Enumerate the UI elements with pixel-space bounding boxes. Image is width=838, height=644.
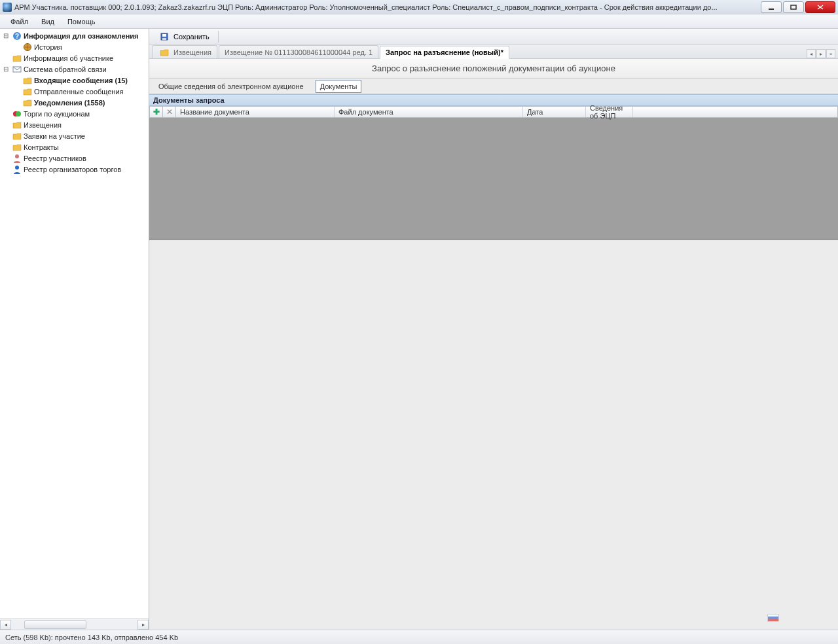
tree-node-info[interactable]: ⊟ ? Информация для ознакомления xyxy=(1,30,149,41)
page-title: Запрос о разъяснение положений документа… xyxy=(149,59,838,79)
menubar: Файл Вид Помощь xyxy=(0,14,838,29)
grid-delete-button[interactable]: ✕ xyxy=(162,106,175,118)
leaf-icon xyxy=(1,54,10,63)
svg-point-11 xyxy=(15,166,19,170)
doc-tab-request-new[interactable]: Запрос на разъяснение (новый)* xyxy=(380,46,509,59)
tree-label: Уведомления (1558) xyxy=(34,99,105,107)
tree-label: Информация для ознакомления xyxy=(24,32,139,40)
maximize-icon xyxy=(790,5,797,10)
leaf-icon xyxy=(1,154,10,163)
save-button[interactable]: Сохранить xyxy=(153,29,214,44)
folder-icon xyxy=(12,131,22,141)
tree-label: Реестр организаторов торгов xyxy=(24,166,121,173)
minimize-button[interactable] xyxy=(761,1,782,13)
grid-body-empty[interactable] xyxy=(149,118,838,240)
leaf-icon xyxy=(1,165,10,174)
tree-label: Система обратной связи xyxy=(24,65,107,73)
grid-add-button[interactable]: ✚ xyxy=(149,106,162,118)
doc-tab-notices[interactable]: Извещения xyxy=(152,45,217,58)
save-icon xyxy=(159,31,170,42)
status-text: Сеть (598 Kb): прочтено 143 Kb, отправле… xyxy=(5,634,178,641)
svg-rect-14 xyxy=(162,38,166,40)
menu-help[interactable]: Помощь xyxy=(61,14,102,28)
expand-icon[interactable]: ⊟ xyxy=(1,31,10,41)
leaf-icon xyxy=(1,143,10,152)
sub-tabs: Общие сведения об электронном аукционе Д… xyxy=(149,79,838,94)
tree-node-participants-registry[interactable]: Реестр участников xyxy=(1,152,149,164)
leaf-icon xyxy=(12,87,21,96)
doc-tab-label: Запрос на разъяснение (новый)* xyxy=(386,48,503,56)
navigation-tree[interactable]: ⊟ ? Информация для ознакомления История … xyxy=(0,29,149,618)
leaf-icon xyxy=(1,132,10,141)
folder-icon xyxy=(22,98,33,108)
tree-horizontal-scrollbar[interactable]: ◂ ▸ xyxy=(0,618,149,630)
grid-col-date[interactable]: Дата xyxy=(523,107,586,117)
tree-node-contracts[interactable]: Контракты xyxy=(1,141,149,152)
tree-node-inbox[interactable]: Входящие сообщения (15) xyxy=(1,75,149,86)
menu-file[interactable]: Файл xyxy=(4,14,35,28)
tree-node-organizers-registry[interactable]: Реестр организаторов торгов xyxy=(1,164,149,175)
auction-icon xyxy=(12,109,22,119)
grid-col-ecp[interactable]: Сведения об ЭЦП xyxy=(586,107,633,117)
scroll-left-button[interactable]: ◂ xyxy=(0,620,11,630)
documents-grid: ✚ ✕ Название документа Файл документа Да… xyxy=(149,106,838,240)
tree-label: Отправленные сообщения xyxy=(34,88,124,96)
folder-icon xyxy=(22,75,33,86)
tree-node-notices[interactable]: Извещения xyxy=(1,119,149,130)
grid-toolbar: ✚ ✕ Название документа Файл документа Да… xyxy=(149,106,838,118)
section-header: Документы запроса xyxy=(149,94,838,106)
close-button[interactable] xyxy=(805,1,835,13)
grid-header-row: Название документа Файл документа Дата С… xyxy=(175,106,838,118)
language-flag-icon xyxy=(767,614,779,622)
doc-tab-label: Извещение № 0111300084611000044 ред. 1 xyxy=(225,48,373,56)
tab-close-button[interactable]: × xyxy=(826,49,835,58)
leaf-icon xyxy=(1,120,10,130)
statusbar: Сеть (598 Kb): прочтено 143 Kb, отправле… xyxy=(0,630,838,644)
folder-icon xyxy=(12,53,22,63)
leaf-icon xyxy=(1,109,10,118)
window-title: АРМ Участника. поставщик 000; 2.0.1.093;… xyxy=(14,3,759,11)
save-label: Сохранить xyxy=(173,33,210,41)
tree-node-feedback[interactable]: ⊟ Система обратной связи xyxy=(1,63,149,75)
tree-node-notifications[interactable]: Уведомления (1558) xyxy=(1,97,149,108)
mail-icon xyxy=(12,64,22,75)
grid-col-file[interactable]: Файл документа xyxy=(335,107,523,117)
tree-node-history[interactable]: История xyxy=(1,41,149,52)
svg-rect-13 xyxy=(162,34,166,37)
page-title-text: Запрос о разъяснение положений документа… xyxy=(372,63,615,73)
tree-label: Информация об участнике xyxy=(24,54,113,62)
maximize-button[interactable] xyxy=(783,1,804,13)
menu-view[interactable]: Вид xyxy=(35,14,61,28)
tree-node-auctions[interactable]: Торги по аукционам xyxy=(1,108,149,119)
tab-prev-button[interactable]: ◂ xyxy=(807,49,816,58)
tree-node-applications[interactable]: Заявки на участие xyxy=(1,130,149,141)
grid-col-spacer xyxy=(633,107,837,117)
grid-col-name[interactable]: Название документа xyxy=(176,107,335,117)
section-header-text: Документы запроса xyxy=(153,96,225,104)
svg-point-9 xyxy=(16,111,21,116)
tree-node-sent[interactable]: Отправленные сообщения xyxy=(1,86,149,97)
tree-node-participant-info[interactable]: Информация об участнике xyxy=(1,52,149,63)
tab-next-button[interactable]: ▸ xyxy=(816,49,826,58)
svg-point-10 xyxy=(15,154,19,158)
folder-icon xyxy=(12,120,22,130)
folder-icon xyxy=(159,47,170,58)
doc-tab-notice-detail[interactable]: Извещение № 0111300084611000044 ред. 1 xyxy=(219,45,378,58)
navigation-tree-panel: ⊟ ? Информация для ознакомления История … xyxy=(0,29,149,630)
scroll-right-button[interactable]: ▸ xyxy=(137,620,149,630)
scroll-thumb[interactable] xyxy=(24,620,86,629)
expand-icon[interactable]: ⊟ xyxy=(1,65,10,74)
toolbar: Сохранить xyxy=(149,29,838,45)
sub-tab-general[interactable]: Общие сведения об электронном аукционе xyxy=(155,80,308,92)
document-tabs: Извещения Извещение № 011130008461100004… xyxy=(149,45,838,59)
scroll-track[interactable] xyxy=(11,620,137,630)
tree-label: Реестр участников xyxy=(24,154,86,162)
person-icon xyxy=(12,153,22,164)
sub-tab-documents[interactable]: Документы xyxy=(316,80,362,93)
person-icon xyxy=(12,164,22,175)
svg-text:?: ? xyxy=(15,33,19,40)
leaf-icon xyxy=(12,98,21,107)
tree-label: Контракты xyxy=(24,143,59,151)
svg-rect-1 xyxy=(791,5,796,9)
folder-icon xyxy=(22,86,33,97)
